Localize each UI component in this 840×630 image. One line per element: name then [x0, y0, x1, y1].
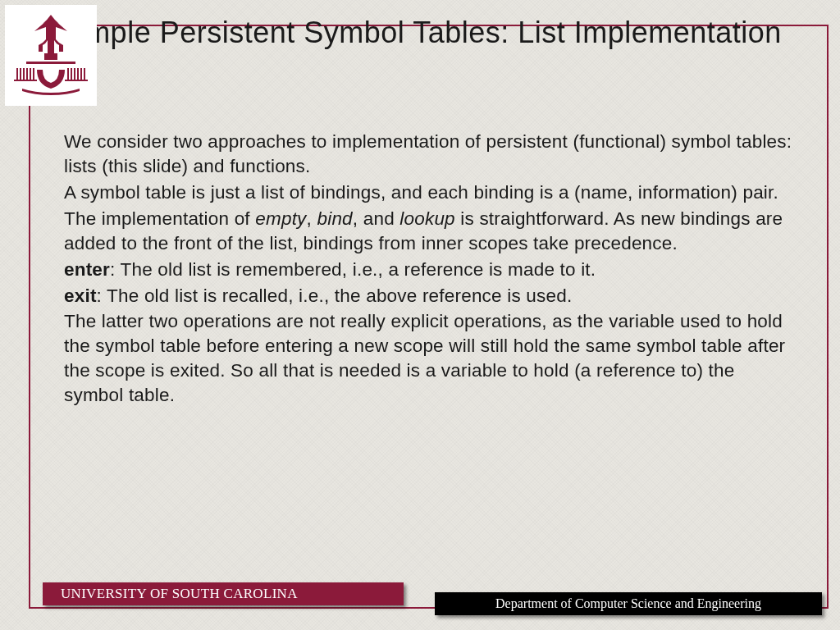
paragraph-1: We consider two approaches to implementa… — [64, 130, 797, 179]
svg-text:1801: 1801 — [45, 73, 57, 80]
paragraph-5: exit: The old list is recalled, i.e., th… — [64, 284, 797, 308]
paragraph-3: The implementation of empty, bind, and l… — [64, 207, 797, 256]
university-logo: 1801 — [5, 5, 97, 106]
footer-university: UNIVERSITY OF SOUTH CAROLINA — [43, 582, 404, 605]
slide-content: We consider two approaches to implementa… — [64, 130, 797, 409]
svg-rect-14 — [65, 80, 88, 81]
svg-rect-0 — [26, 62, 75, 64]
svg-rect-1 — [16, 68, 18, 80]
svg-rect-8 — [71, 68, 72, 80]
svg-rect-7 — [67, 68, 69, 80]
svg-rect-12 — [84, 68, 85, 80]
paragraph-4: enter: The old list is remembered, i.e.,… — [64, 258, 797, 282]
paragraph-6: The latter two operations are not really… — [64, 309, 797, 408]
footer-department: Department of Computer Science and Engin… — [435, 592, 822, 615]
term-empty: empty — [255, 208, 306, 229]
svg-rect-10 — [77, 68, 79, 80]
svg-rect-4 — [26, 68, 28, 80]
term-enter: enter — [64, 259, 110, 280]
svg-rect-3 — [23, 68, 25, 80]
svg-rect-6 — [33, 68, 34, 80]
svg-rect-5 — [30, 68, 31, 80]
term-exit: exit — [64, 285, 97, 306]
term-bind: bind — [317, 208, 352, 229]
svg-rect-11 — [80, 68, 82, 80]
paragraph-2: A symbol table is just a list of binding… — [64, 180, 797, 205]
svg-rect-2 — [20, 68, 21, 80]
svg-rect-9 — [74, 68, 75, 80]
svg-rect-13 — [14, 80, 37, 81]
slide-title: Simple Persistent Symbol Tables: List Im… — [0, 13, 840, 53]
term-lookup: lookup — [399, 208, 455, 229]
